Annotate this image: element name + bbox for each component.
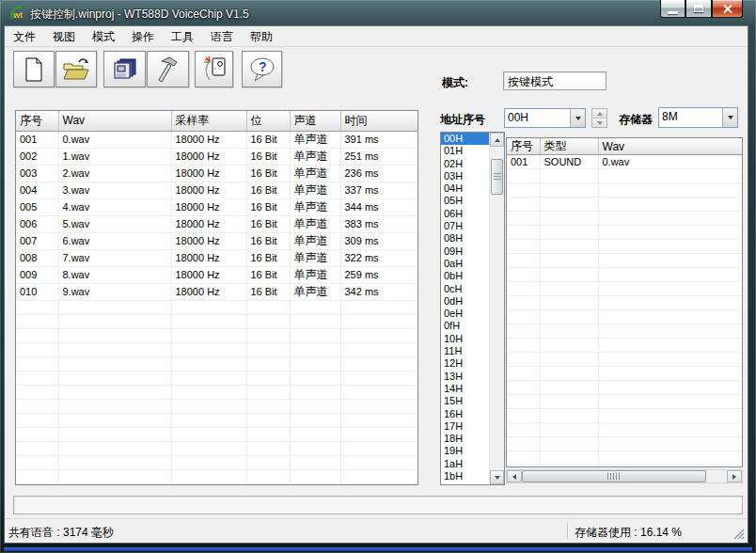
column-header[interactable]: 序号	[507, 138, 540, 155]
memory-combo[interactable]: 8M	[658, 107, 738, 128]
address-item[interactable]: 02H	[441, 158, 489, 170]
spinner-up-button[interactable]	[592, 109, 606, 118]
menu-item-help[interactable]: 帮助	[242, 27, 281, 46]
download-chip-button[interactable]	[195, 51, 233, 87]
address-item[interactable]: 19H	[441, 445, 489, 457]
address-item[interactable]: 0dH	[441, 295, 489, 308]
table-row-empty	[16, 356, 418, 371]
column-header[interactable]: 采样率	[171, 111, 246, 131]
spinner-down-button[interactable]	[592, 118, 606, 127]
address-item[interactable]: 13H	[441, 371, 489, 383]
table-row[interactable]: 0098.wav18000 Hz16 Bit单声道259 ms	[16, 266, 418, 283]
titlebar[interactable]: wt 按键控制.winproj - WT588D VoiceChip V1.5	[0, 0, 756, 26]
menu-item-file[interactable]: 文件	[5, 27, 44, 46]
address-list-scrollbar[interactable]	[489, 133, 504, 484]
open-project-button[interactable]	[55, 51, 97, 87]
build-button[interactable]	[147, 51, 189, 87]
maximize-button[interactable]	[685, 0, 712, 18]
minimize-button[interactable]	[660, 0, 685, 18]
chevron-down-icon	[575, 117, 581, 120]
address-item[interactable]: 06H	[441, 208, 489, 220]
table-row[interactable]: 0076.wav18000 Hz16 Bit单声道309 ms	[16, 232, 418, 249]
app-window: wt 按键控制.winproj - WT588D VoiceChip V1.5 …	[0, 0, 756, 553]
address-combo-dropdown-button[interactable]	[570, 109, 585, 127]
mode-field[interactable]: 按键模式	[503, 71, 606, 90]
table-row[interactable]: 0032.wav18000 Hz16 Bit单声道236 ms	[16, 165, 418, 182]
triangle-up-icon	[597, 112, 603, 116]
table-row-empty	[16, 427, 418, 441]
scrollbar-thumb[interactable]	[522, 470, 706, 482]
address-item[interactable]: 03H	[441, 170, 489, 182]
build-icon	[154, 55, 182, 84]
address-item[interactable]: 00H	[441, 133, 489, 145]
menu-item-tools[interactable]: 工具	[163, 27, 202, 46]
triangle-down-icon	[495, 476, 500, 480]
address-item[interactable]: 0fH	[441, 320, 489, 332]
table-row[interactable]: 0021.wav18000 Hz16 Bit单声道251 ms	[16, 148, 418, 165]
address-item[interactable]: 08H	[441, 232, 489, 245]
table-row[interactable]: 0087.wav18000 Hz16 Bit单声道322 ms	[16, 249, 418, 266]
address-item[interactable]: 09H	[441, 245, 489, 258]
address-combo[interactable]: 00H	[504, 108, 586, 128]
status-memory-usage: 存储器使用 : 16.14 %	[575, 525, 682, 541]
column-header[interactable]: 时间	[340, 111, 418, 131]
address-table-hscrollbar[interactable]	[506, 469, 743, 483]
menu-item-mode[interactable]: 模式	[84, 27, 123, 46]
address-item[interactable]: 01H	[441, 145, 489, 157]
table-row[interactable]: 0010.wav18000 Hz16 Bit单声道391 ms	[16, 131, 418, 148]
menu-item-view[interactable]: 视图	[44, 27, 84, 46]
address-item[interactable]: 12H	[441, 357, 489, 370]
column-header[interactable]: 类型	[540, 138, 598, 155]
table-row-empty	[507, 395, 743, 409]
address-spinner	[591, 108, 607, 128]
address-item[interactable]: 0bH	[441, 270, 489, 282]
memory-combo-dropdown-button[interactable]	[722, 108, 737, 127]
column-header[interactable]: Wav	[598, 138, 743, 155]
table-row-empty	[507, 240, 743, 254]
address-item[interactable]: 17H	[441, 420, 489, 433]
table-row[interactable]: 0109.wav18000 Hz16 Bit单声道342 ms	[16, 283, 418, 300]
triangle-down-icon	[597, 121, 603, 125]
address-item[interactable]: 0aH	[441, 258, 489, 270]
table-row[interactable]: 001SOUND0.wav	[507, 155, 743, 169]
address-item[interactable]: 1aH	[441, 458, 489, 470]
column-header[interactable]: 位	[246, 111, 290, 131]
address-listbox[interactable]: 00H01H02H03H04H05H06H07H08H09H0aH0bH0cH0…	[440, 132, 505, 485]
scroll-up-button[interactable]	[490, 133, 504, 147]
scroll-right-button[interactable]	[727, 470, 742, 482]
column-header[interactable]: Wav	[58, 111, 171, 131]
address-item[interactable]: 1cH	[441, 482, 489, 484]
address-item[interactable]: 04H	[441, 182, 489, 195]
table-row[interactable]: 0054.wav18000 Hz16 Bit单声道344 ms	[16, 198, 418, 215]
address-item[interactable]: 07H	[441, 220, 489, 232]
scroll-left-button[interactable]	[507, 470, 522, 482]
minimize-icon	[668, 11, 678, 14]
help-button[interactable]: ?	[242, 51, 282, 87]
resize-grip[interactable]	[732, 528, 745, 540]
address-item[interactable]: 10H	[441, 333, 489, 345]
menu-item-operate[interactable]: 操作	[123, 27, 163, 46]
menu-item-language[interactable]: 语言	[202, 27, 242, 46]
memory-label: 存储器	[619, 112, 653, 128]
address-label: 地址序号	[440, 112, 485, 128]
voice-library-button[interactable]	[103, 51, 146, 87]
address-item[interactable]: 15H	[441, 395, 489, 407]
address-item[interactable]: 16H	[441, 408, 489, 420]
close-button[interactable]	[712, 0, 743, 18]
address-item[interactable]: 05H	[441, 195, 489, 207]
address-item[interactable]: 14H	[441, 383, 489, 395]
scrollbar-thumb[interactable]	[491, 159, 503, 195]
scroll-down-button[interactable]	[490, 470, 504, 484]
column-header[interactable]: 声道	[290, 111, 340, 131]
address-item[interactable]: 0cH	[441, 283, 489, 295]
table-row[interactable]: 0043.wav18000 Hz16 Bit单声道337 ms	[16, 182, 418, 198]
address-item[interactable]: 18H	[441, 433, 489, 445]
table-row-empty	[16, 399, 418, 413]
table-row[interactable]: 0065.wav18000 Hz16 Bit单声道383 ms	[16, 215, 418, 232]
address-item[interactable]: 1bH	[441, 470, 489, 482]
address-item[interactable]: 0eH	[441, 308, 489, 320]
column-header[interactable]: 序号	[16, 111, 58, 131]
new-project-button[interactable]	[13, 51, 55, 87]
help-icon: ?	[248, 56, 276, 83]
address-item[interactable]: 11H	[441, 345, 489, 357]
